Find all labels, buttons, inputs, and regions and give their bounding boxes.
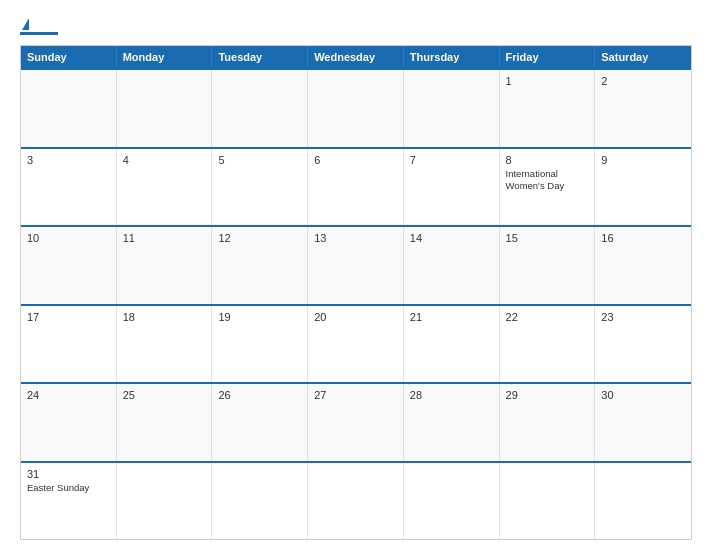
day-number: 10 [27, 232, 110, 244]
event-label: Easter Sunday [27, 482, 110, 494]
day-number: 31 [27, 468, 110, 480]
day-cell: 10 [21, 227, 117, 304]
day-cell: 2 [595, 70, 691, 147]
day-number: 19 [218, 311, 301, 323]
day-number: 7 [410, 154, 493, 166]
day-cell: 23 [595, 306, 691, 383]
day-number: 5 [218, 154, 301, 166]
day-number: 22 [506, 311, 589, 323]
logo-line [20, 32, 58, 35]
day-header-friday: Friday [500, 46, 596, 68]
page-header [20, 18, 692, 35]
day-header-sunday: Sunday [21, 46, 117, 68]
day-cell: 4 [117, 149, 213, 226]
day-cell: 1 [500, 70, 596, 147]
day-cell [595, 463, 691, 540]
day-header-thursday: Thursday [404, 46, 500, 68]
day-cell [308, 70, 404, 147]
day-number: 2 [601, 75, 685, 87]
day-cell: 13 [308, 227, 404, 304]
day-cell: 30 [595, 384, 691, 461]
day-number: 11 [123, 232, 206, 244]
day-cell: 16 [595, 227, 691, 304]
day-cell: 11 [117, 227, 213, 304]
day-cell: 7 [404, 149, 500, 226]
day-number: 27 [314, 389, 397, 401]
day-cell [21, 70, 117, 147]
day-cell: 25 [117, 384, 213, 461]
week-row-2: 345678International Women's Day9 [21, 147, 691, 226]
day-cell: 8International Women's Day [500, 149, 596, 226]
day-number: 17 [27, 311, 110, 323]
day-cell: 9 [595, 149, 691, 226]
day-cell: 27 [308, 384, 404, 461]
day-cell: 21 [404, 306, 500, 383]
logo [20, 18, 60, 35]
day-number: 12 [218, 232, 301, 244]
week-row-3: 10111213141516 [21, 225, 691, 304]
day-number: 3 [27, 154, 110, 166]
day-number: 4 [123, 154, 206, 166]
day-cell: 29 [500, 384, 596, 461]
day-number: 14 [410, 232, 493, 244]
day-cell [212, 70, 308, 147]
week-row-6: 31Easter Sunday [21, 461, 691, 540]
day-cell: 5 [212, 149, 308, 226]
day-cell: 14 [404, 227, 500, 304]
day-cell [404, 70, 500, 147]
day-cell: 17 [21, 306, 117, 383]
day-number: 25 [123, 389, 206, 401]
day-cell: 26 [212, 384, 308, 461]
calendar: SundayMondayTuesdayWednesdayThursdayFrid… [20, 45, 692, 540]
day-cell: 31Easter Sunday [21, 463, 117, 540]
day-cell [212, 463, 308, 540]
day-cell: 20 [308, 306, 404, 383]
day-cell [404, 463, 500, 540]
day-header-wednesday: Wednesday [308, 46, 404, 68]
day-number: 23 [601, 311, 685, 323]
day-cell: 12 [212, 227, 308, 304]
day-number: 20 [314, 311, 397, 323]
day-number: 1 [506, 75, 589, 87]
day-cell [117, 463, 213, 540]
day-cell: 15 [500, 227, 596, 304]
day-number: 15 [506, 232, 589, 244]
day-header-monday: Monday [117, 46, 213, 68]
day-number: 13 [314, 232, 397, 244]
day-cell: 22 [500, 306, 596, 383]
day-cell: 19 [212, 306, 308, 383]
week-row-5: 24252627282930 [21, 382, 691, 461]
day-number: 8 [506, 154, 589, 166]
day-number: 9 [601, 154, 685, 166]
day-number: 30 [601, 389, 685, 401]
day-number: 16 [601, 232, 685, 244]
day-cell: 3 [21, 149, 117, 226]
day-cell: 6 [308, 149, 404, 226]
day-number: 21 [410, 311, 493, 323]
day-header-tuesday: Tuesday [212, 46, 308, 68]
event-label: International Women's Day [506, 168, 589, 193]
day-cell: 28 [404, 384, 500, 461]
day-cell [500, 463, 596, 540]
day-cell [308, 463, 404, 540]
day-cell [117, 70, 213, 147]
day-number: 18 [123, 311, 206, 323]
calendar-page: SundayMondayTuesdayWednesdayThursdayFrid… [0, 0, 712, 550]
weeks-container: 12345678International Women's Day9101112… [21, 68, 691, 539]
day-number: 28 [410, 389, 493, 401]
day-number: 24 [27, 389, 110, 401]
day-number: 29 [506, 389, 589, 401]
day-header-saturday: Saturday [595, 46, 691, 68]
day-cell: 24 [21, 384, 117, 461]
week-row-4: 17181920212223 [21, 304, 691, 383]
day-number: 26 [218, 389, 301, 401]
week-row-1: 12 [21, 68, 691, 147]
day-headers-row: SundayMondayTuesdayWednesdayThursdayFrid… [21, 46, 691, 68]
logo-triangle-icon [22, 18, 29, 30]
day-cell: 18 [117, 306, 213, 383]
day-number: 6 [314, 154, 397, 166]
